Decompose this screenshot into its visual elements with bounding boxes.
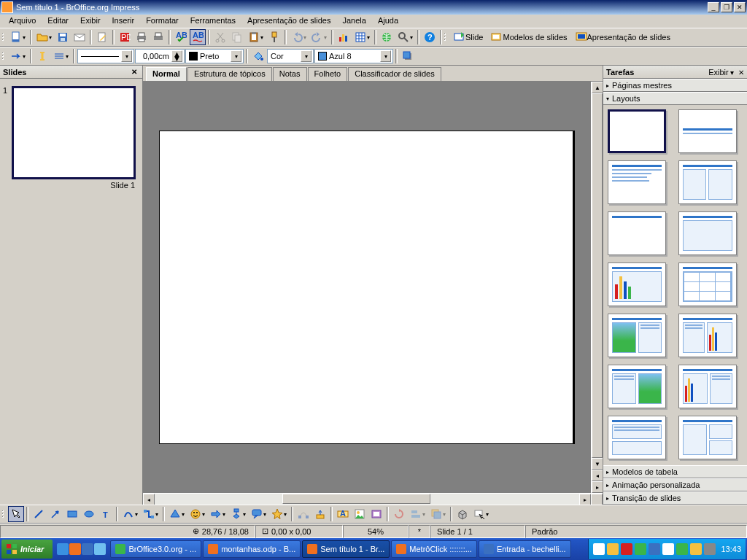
section-modelos-tabela[interactable]: ▸Modelos de tabela (603, 465, 747, 478)
menu-ajuda[interactable]: Ajuda (372, 15, 404, 27)
export-pdf-button[interactable]: PDF (117, 29, 133, 45)
callout-tool[interactable]: ▾ (249, 506, 268, 522)
tray-icon[interactable] (635, 543, 646, 555)
layout-title-table[interactable] (678, 262, 737, 306)
line-width-combo[interactable]: 0,00cm▲▼ (135, 49, 185, 63)
menu-arquivo[interactable]: Arquivo (3, 15, 42, 27)
tray-icon[interactable] (662, 543, 674, 555)
tray-icon[interactable] (593, 543, 605, 555)
align-tool[interactable]: ▾ (408, 506, 427, 522)
symbol-shapes-tool[interactable]: ▾ (187, 506, 207, 522)
slide-button[interactable]: Slide (450, 29, 487, 45)
rectangle-tool[interactable] (64, 506, 80, 522)
flowchart-tool[interactable]: ▾ (228, 506, 248, 522)
slide-thumbnail-1[interactable]: 1 Slide 1 (12, 86, 138, 190)
menu-editar[interactable]: Editar (42, 15, 74, 27)
tasks-exibir-link[interactable]: Exibir ▾ ✕ (708, 68, 744, 77)
prev-slide-button[interactable]: ◂ (592, 470, 603, 481)
section-animacao[interactable]: ▸Animação personalizada (603, 478, 747, 491)
print-preview-button[interactable] (150, 29, 166, 45)
line-style-button[interactable]: ▾ (51, 48, 71, 64)
next-slide-button[interactable]: ▸ (592, 481, 603, 493)
tab-notas[interactable]: Notas (273, 67, 307, 81)
area-fill-button[interactable] (250, 48, 266, 64)
ql-thunderbird-icon[interactable] (82, 543, 93, 555)
menu-formatar[interactable]: Formatar (140, 15, 185, 27)
tray-icon[interactable] (704, 543, 716, 555)
taskbar-item-broffice[interactable]: BrOffice3.0.org - ... (110, 540, 201, 558)
help-button[interactable]: ? (422, 29, 438, 45)
new-button[interactable]: ▾ (8, 29, 28, 45)
tray-icon[interactable] (621, 543, 632, 555)
text-tool[interactable]: T (98, 506, 114, 522)
extrusion-tool[interactable] (454, 506, 471, 522)
shadow-button[interactable] (400, 48, 416, 64)
save-button[interactable] (55, 29, 71, 45)
menu-exibir[interactable]: Exibir (74, 15, 107, 27)
arrange-tool[interactable]: ▾ (428, 506, 448, 522)
from-file-tool[interactable] (352, 506, 368, 522)
ql-desktop-icon[interactable] (94, 543, 106, 555)
zoom-button[interactable]: ▾ (395, 29, 415, 45)
arrow-line-tool[interactable] (47, 506, 63, 522)
chart-button[interactable] (336, 29, 352, 45)
tab-classificador[interactable]: Classificador de slides (348, 67, 441, 81)
ellipse-tool[interactable] (81, 506, 97, 522)
connector-tool[interactable]: ▾ (141, 506, 160, 522)
layout-title-chart-text[interactable] (678, 365, 737, 408)
close-button[interactable]: ✕ (734, 2, 746, 12)
fill-type-combo[interactable]: Cor▾ (267, 49, 314, 63)
format-paintbrush-button[interactable] (266, 29, 282, 45)
tray-icon[interactable] (676, 543, 688, 555)
undo-button[interactable]: ▾ (289, 29, 309, 45)
line-tool[interactable] (31, 506, 47, 522)
curve-tool[interactable]: ▾ (120, 506, 140, 522)
redo-button[interactable]: ▾ (309, 29, 329, 45)
interaction-tool[interactable]: ▾ (471, 506, 491, 522)
layout-2content[interactable] (678, 211, 737, 255)
layout-title-only[interactable] (608, 211, 666, 255)
layout-title-2content[interactable] (678, 160, 737, 204)
slides-panel-close-icon[interactable]: ✕ (129, 67, 139, 77)
layout-title[interactable] (678, 109, 737, 153)
tab-estrutura[interactable]: Estrutura de tópicos (187, 67, 272, 81)
layout-blank[interactable] (608, 109, 666, 153)
points-tool[interactable] (295, 506, 311, 522)
hyperlink-button[interactable] (379, 29, 395, 45)
layout-title-text-chart[interactable] (678, 314, 737, 357)
spellcheck-button[interactable]: ABC (173, 29, 189, 45)
layout-title-chart[interactable] (608, 262, 666, 306)
table-button[interactable]: ▾ (352, 29, 372, 45)
arrow-style-button[interactable]: ▾ (8, 48, 28, 64)
taskbar-item-montanhas[interactable]: montanhas.odp - B... (203, 540, 301, 558)
menu-ferramentas[interactable]: Ferramentas (185, 15, 241, 27)
email-button[interactable] (71, 29, 88, 45)
current-slide[interactable] (159, 131, 575, 444)
fill-color-combo[interactable]: Azul 8▾ (314, 49, 393, 63)
tray-icon[interactable] (649, 543, 660, 555)
line-color-combo[interactable]: Preto▾ (185, 49, 244, 63)
start-button[interactable]: Iniciar (1, 540, 53, 559)
tray-icon[interactable] (607, 543, 619, 555)
layout-text-2objects[interactable] (678, 416, 737, 459)
toolbar-grip[interactable] (444, 30, 448, 44)
ql-ie-icon[interactable] (57, 543, 69, 555)
rotate-tool[interactable] (391, 506, 407, 522)
menu-janela[interactable]: Janela (336, 15, 371, 27)
horizontal-scrollbar[interactable]: ◂ ▸ (143, 493, 603, 505)
cut-button[interactable] (212, 29, 228, 45)
toolbar-grip[interactable] (2, 49, 6, 63)
stars-tool[interactable]: ▾ (269, 506, 289, 522)
section-transicao[interactable]: ▸Transição de slides (603, 491, 747, 505)
layout-title-text-clip[interactable] (608, 365, 666, 408)
taskbar-item-metroclick[interactable]: MetrôClick :::::::... (391, 540, 477, 558)
tab-folheto[interactable]: Folheto (308, 67, 348, 81)
fontwork-tool[interactable]: A (335, 506, 351, 522)
minimize-button[interactable]: _ (708, 2, 719, 12)
taskbar-clock[interactable]: 13:43 (718, 545, 741, 553)
select-tool[interactable] (8, 506, 24, 522)
layout-2text-over[interactable] (608, 416, 666, 459)
line-endings-button[interactable] (34, 48, 50, 64)
edit-file-button[interactable] (94, 29, 110, 45)
toolbar-grip[interactable] (2, 30, 6, 44)
